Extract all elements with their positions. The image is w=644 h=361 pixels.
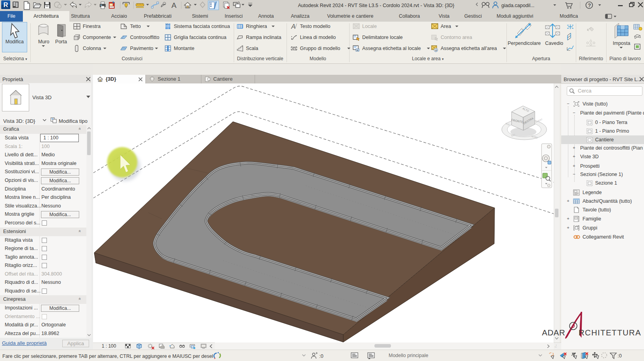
svg-text:A: A (357, 49, 358, 52)
svg-text:giada.capodil...: giada.capodil... (501, 3, 534, 8)
svg-text:A: A (435, 49, 437, 52)
svg-text:R: R (4, 2, 8, 8)
svg-text:A: A (171, 1, 177, 9)
svg-text::0: :0 (319, 354, 323, 359)
svg-text:?: ? (588, 2, 591, 8)
svg-text:A: A (291, 23, 296, 30)
svg-text::0: :0 (618, 353, 622, 359)
